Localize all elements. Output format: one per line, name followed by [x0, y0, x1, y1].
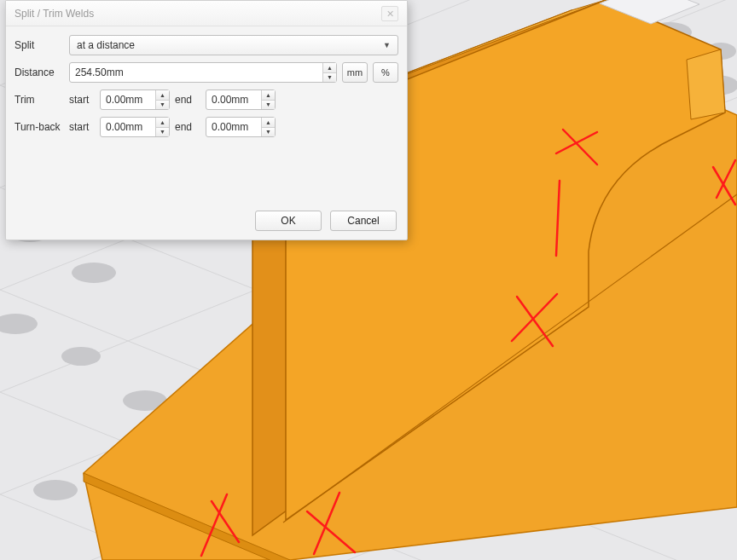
dialog-body: Split at a distance ▼ Distance 254.50mm …: [6, 26, 407, 137]
spin-down-icon[interactable]: ▼: [156, 128, 169, 137]
unit-mm-button[interactable]: mm: [342, 62, 368, 83]
spin-up-icon[interactable]: ▲: [262, 118, 275, 128]
trim-start-value: 0.00mm: [106, 94, 142, 106]
trim-start-input[interactable]: 0.00mm ▲ ▼: [100, 89, 170, 110]
chevron-down-icon: ▼: [383, 41, 391, 49]
turnback-end-spinner[interactable]: ▲ ▼: [261, 118, 275, 136]
trim-start-spinner[interactable]: ▲ ▼: [155, 90, 169, 109]
turnback-start-spinner[interactable]: ▲ ▼: [155, 118, 169, 136]
svg-point-15: [0, 314, 38, 334]
spin-down-icon[interactable]: ▼: [156, 101, 169, 110]
svg-point-14: [72, 263, 116, 283]
ok-button[interactable]: OK: [255, 211, 322, 231]
split-trim-welds-dialog: Split / Trim Welds ✕ Split at a distance…: [5, 0, 408, 240]
turnback-end-input[interactable]: 0.00mm ▲ ▼: [206, 117, 276, 137]
unit-percent-button[interactable]: %: [373, 62, 398, 83]
close-button[interactable]: ✕: [381, 6, 398, 21]
spin-up-icon[interactable]: ▲: [156, 90, 169, 101]
distance-input[interactable]: 254.50mm ▲ ▼: [69, 62, 337, 83]
dialog-footer: OK Cancel: [255, 211, 397, 231]
distance-spinner[interactable]: ▲ ▼: [322, 63, 336, 82]
turnback-end-label: end: [175, 121, 200, 133]
spin-up-icon[interactable]: ▲: [323, 63, 336, 73]
spin-down-icon[interactable]: ▼: [323, 73, 336, 83]
trim-end-input[interactable]: 0.00mm ▲ ▼: [206, 89, 276, 110]
cad-viewport[interactable]: Split / Trim Welds ✕ Split at a distance…: [0, 0, 737, 560]
turnback-start-value: 0.00mm: [106, 121, 142, 133]
turnback-label: Turn-back: [15, 121, 64, 133]
close-icon: ✕: [386, 1, 394, 26]
distance-label: Distance: [15, 66, 64, 78]
svg-point-18: [33, 480, 78, 500]
split-mode-dropdown[interactable]: at a distance ▼: [69, 35, 398, 55]
split-mode-value: at a distance: [77, 39, 135, 51]
trim-end-spinner[interactable]: ▲ ▼: [261, 90, 275, 109]
distance-value: 254.50mm: [75, 66, 124, 78]
trim-end-label: end: [175, 94, 200, 106]
svg-point-16: [61, 347, 101, 366]
spin-up-icon[interactable]: ▲: [262, 90, 275, 101]
cancel-button[interactable]: Cancel: [330, 211, 397, 231]
svg-marker-26: [687, 49, 725, 119]
dialog-titlebar[interactable]: Split / Trim Welds ✕: [6, 1, 407, 26]
turnback-start-label: start: [69, 121, 95, 133]
trim-start-label: start: [69, 94, 95, 106]
turnback-start-input[interactable]: 0.00mm ▲ ▼: [100, 117, 170, 137]
spin-up-icon[interactable]: ▲: [156, 118, 169, 128]
turnback-end-value: 0.00mm: [212, 121, 248, 133]
dialog-title: Split / Trim Welds: [15, 1, 94, 26]
spin-down-icon[interactable]: ▼: [262, 128, 275, 137]
spin-down-icon[interactable]: ▼: [262, 101, 275, 110]
trim-end-value: 0.00mm: [212, 94, 248, 106]
trim-label: Trim: [15, 94, 64, 106]
split-label: Split: [15, 39, 64, 51]
